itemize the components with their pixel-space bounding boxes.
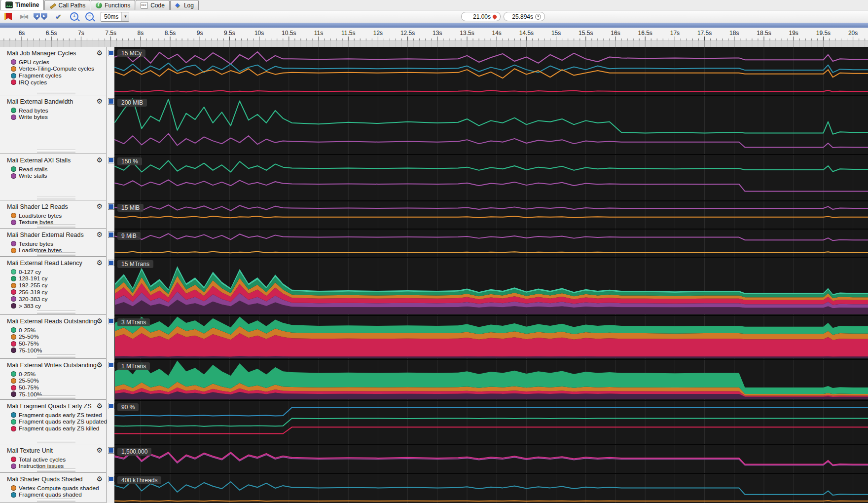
chart-enabled-checkbox[interactable] [108, 260, 114, 266]
section-resize-grip[interactable] [37, 196, 75, 199]
marker-pin-icon [492, 14, 497, 19]
chart-row-5[interactable]: 15 MTrans [114, 257, 868, 316]
section-resize-grip[interactable] [37, 224, 75, 228]
svg-text:8s: 8s [137, 30, 144, 37]
legend-item: 50-75% [11, 385, 39, 391]
chart-enabled-checkbox[interactable] [108, 157, 114, 163]
section-resize-grip[interactable] [37, 440, 75, 443]
annotate-brush-icon[interactable]: ✔ [53, 12, 63, 22]
legend-item: 25-50% [11, 334, 39, 340]
chart-enabled-checkbox[interactable] [108, 50, 114, 56]
cross-section-markers[interactable]: ◄ ► [34, 12, 47, 22]
chart-enabled-checkbox[interactable] [108, 318, 114, 324]
chart-title: Mali Texture Unit [7, 447, 92, 454]
chart-row-1[interactable]: 200 MiB [114, 95, 868, 155]
chart-settings-gear-icon[interactable]: ⚙ [96, 156, 103, 164]
chart-enabled-checkbox[interactable] [108, 203, 114, 210]
chart-enabled-checkbox[interactable] [108, 232, 114, 238]
bookmark-marker-icon[interactable] [0, 12, 12, 22]
streamline-timeline-window: TimelineCall PathsFunctionsCodeLog ▶|◀ ◄… [0, 0, 868, 503]
legend-color-dot [11, 327, 16, 333]
tab-timeline[interactable]: Timeline [0, 0, 44, 10]
dropdown-arrow-icon[interactable]: ▼ [121, 12, 129, 21]
legend-item: 0-25% [11, 371, 36, 377]
legend-label: 50-75% [19, 340, 39, 347]
chart-row-7[interactable]: 1 MTrans [114, 359, 868, 401]
chart-enabled-checkbox[interactable] [108, 403, 114, 409]
chart-row-6[interactable]: 3 MTrans [114, 315, 868, 360]
collapse-markers-icon[interactable]: ▶|◀ [19, 12, 29, 22]
tab-functions[interactable]: Functions [91, 0, 135, 10]
zoom-in-icon[interactable]: + [63, 12, 78, 22]
clock-icon [535, 14, 541, 20]
chart-settings-gear-icon[interactable]: ⚙ [96, 402, 103, 410]
svg-text:17s: 17s [670, 30, 680, 37]
section-resize-grip[interactable] [37, 91, 75, 94]
legend-label: GPU cycles [19, 59, 49, 66]
chart-enabled-checkbox[interactable] [108, 447, 114, 454]
zoom-out-icon[interactable]: − [78, 12, 94, 22]
chart-settings-gear-icon[interactable]: ⚙ [96, 475, 103, 483]
code-document-icon [141, 2, 148, 9]
chart-row-8[interactable]: 90 % [114, 400, 868, 445]
legend-color-dot [11, 248, 16, 253]
legend-item: 0-127 cy [11, 269, 41, 275]
right-caliper-icon[interactable]: ► [41, 13, 47, 20]
tab-label: Log [184, 2, 194, 9]
section-resize-grip[interactable] [37, 395, 75, 399]
chart-row-4[interactable]: 9 MiB [114, 229, 868, 258]
tab-call-paths[interactable]: Call Paths [44, 0, 90, 10]
sidebar-border [106, 47, 107, 503]
marker-time-value: 21.00s [465, 13, 491, 20]
legend-item: 192-255 cy [11, 282, 47, 289]
left-caliper-icon[interactable]: ◄ [34, 13, 40, 20]
chart-enabled-checkbox[interactable] [108, 362, 114, 368]
section-resize-grip[interactable] [37, 310, 75, 314]
chart-enabled-checkbox[interactable] [108, 476, 114, 482]
legend-label: 128-191 cy [19, 275, 47, 282]
section-resize-grip[interactable] [37, 354, 75, 358]
chart-row-9[interactable]: 1,500,000 [114, 444, 868, 474]
chart-settings-gear-icon[interactable]: ⚙ [96, 97, 103, 105]
legend-color-dot [11, 464, 16, 469]
chart-enabled-checkbox[interactable] [108, 98, 114, 105]
chart-settings-gear-icon[interactable]: ⚙ [96, 202, 103, 210]
legend-label: 320-383 cy [19, 296, 47, 303]
legend-color-dot [11, 220, 16, 225]
time-ruler[interactable]: 6s6.5s7s7.5s8s8.5s9s9.5s10s10.5s11s11.5s… [0, 28, 868, 47]
marker-time-field[interactable]: 21.00s [461, 12, 501, 21]
legend-label: Write bytes [19, 114, 48, 120]
legend-label: Texture bytes [19, 240, 53, 247]
clock-time-field[interactable]: 25.894s [504, 12, 545, 21]
section-resize-grip[interactable] [37, 252, 75, 256]
legend-item: 25-50% [11, 378, 39, 384]
legend-label: > 383 cy [19, 303, 41, 310]
chart-row-3[interactable]: 15 MiB [114, 200, 868, 230]
svg-text:20s: 20s [848, 30, 858, 37]
chart-row-10[interactable]: 400 kThreads [114, 473, 868, 503]
tab-code[interactable]: Code [136, 0, 170, 10]
timeline-chart-icon [5, 1, 13, 8]
clock-time-value: 25.894s [507, 13, 533, 20]
chart-row-0[interactable]: 15 MCy [114, 47, 868, 95]
chart-settings-gear-icon[interactable]: ⚙ [96, 361, 103, 369]
chart-settings-gear-icon[interactable]: ⚙ [96, 317, 103, 325]
chart-settings-gear-icon[interactable]: ⚙ [96, 446, 103, 454]
chart-title: Mali External AXI Stalls [7, 157, 92, 164]
section-resize-grip[interactable] [37, 468, 75, 472]
legend-color-dot [11, 59, 16, 65]
bucket-interval-dropdown[interactable]: 50ms ▼ [101, 12, 129, 22]
chart-settings-gear-icon[interactable]: ⚙ [96, 49, 103, 57]
chart-settings-gear-icon[interactable]: ⚙ [96, 259, 103, 267]
legend-color-dot [11, 73, 16, 78]
timeline-toolbar: ▶|◀ ◄ ► ✔ + − 50ms ▼ 21.00s 25.894s [0, 10, 868, 23]
tab-log[interactable]: Log [170, 0, 199, 10]
legend-label: Read stalls [19, 166, 47, 173]
chart-row-2[interactable]: 150 % [114, 154, 868, 201]
section-resize-grip[interactable] [37, 499, 75, 502]
section-resize-grip[interactable] [37, 150, 75, 153]
svg-text:6s: 6s [19, 30, 25, 37]
chart-settings-gear-icon[interactable]: ⚙ [96, 231, 103, 238]
chart-title: Mali External Writes Outstanding [7, 362, 92, 369]
tab-label: Call Paths [58, 2, 85, 9]
